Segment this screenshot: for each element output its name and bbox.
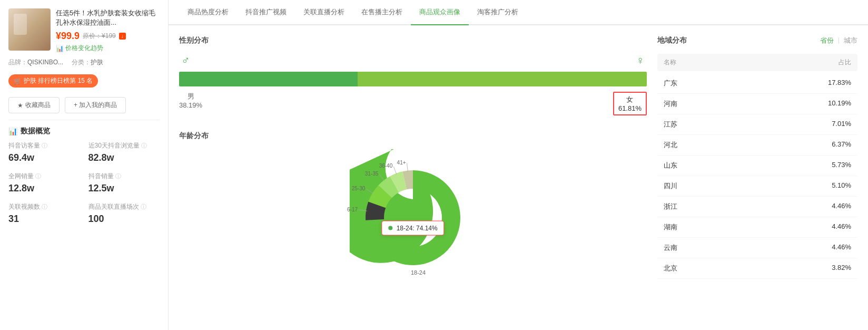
metric-views: 近30天抖音浏览量 ⓘ 82.8w <box>88 141 160 163</box>
main-content: 商品热度分析 抖音推广视频 关联直播分析 在售播主分析 商品观众画像 淘客推广分… <box>169 0 868 330</box>
info-icon-1: ⓘ <box>141 142 147 150</box>
action-row: ★ 收藏商品 + 加入我的商品 <box>8 97 160 113</box>
price-tag: ↓ <box>119 33 126 40</box>
svg-text:6-17: 6-17 <box>347 207 358 212</box>
brand-label: 品牌：QISKINBO... <box>8 58 63 67</box>
table-row: 江苏 7.01% <box>657 114 857 135</box>
product-header: 任选5件！水乳护肤套装女收缩毛孔补水保湿控油面... ¥99.9 原价：¥199… <box>8 8 160 53</box>
svg-text:41+: 41+ <box>397 160 406 166</box>
region-table-header: 名称 占比 <box>657 54 857 71</box>
brand-row: 品牌：QISKINBO... 分类：护肤 <box>8 58 160 67</box>
donut-chart-svg: 18-246-1725-3031-3536-4041+ <box>318 149 508 286</box>
male-icon: ♂ <box>181 54 190 67</box>
gender-bar <box>179 72 647 86</box>
metric-douyin-visitors: 抖音访客量 ⓘ 69.4w <box>8 141 80 163</box>
donut-chart: 18-246-1725-3031-3536-4041+ 18-24: 74.14… <box>318 149 508 286</box>
left-panel: 性别分布 ♂ ♀ 男 38.19% <box>179 36 647 286</box>
table-row: 山东 5.73% <box>657 156 857 176</box>
tab-bar: 商品热度分析 抖音推广视频 关联直播分析 在售播主分析 商品观众画像 淘客推广分… <box>169 0 868 25</box>
region-title: 地域分布 <box>657 36 687 45</box>
male-label: 男 38.19% <box>179 92 202 115</box>
table-row: 河北 6.37% <box>657 135 857 156</box>
region-rows: 广东 17.83% 河南 10.19% 江苏 7.01% 河北 <box>657 73 857 279</box>
region-toggle[interactable]: 省份 | 城市 <box>820 36 857 45</box>
age-section: 年龄分布 <box>179 131 647 286</box>
gender-section-title: 性别分布 <box>179 36 647 45</box>
female-bar <box>358 72 647 86</box>
tab-audience-portrait[interactable]: 商品观众画像 <box>411 0 469 25</box>
svg-line-7 <box>393 167 397 174</box>
region-table: 名称 占比 广东 17.83% 河南 10.19% 江苏 <box>657 54 857 279</box>
table-row: 云南 4.46% <box>657 238 857 258</box>
table-row: 四川 5.10% <box>657 176 857 197</box>
tab-taoke[interactable]: 淘客推广分析 <box>469 0 527 25</box>
metric-total-sales: 全网销量 ⓘ 12.8w <box>8 172 80 194</box>
add-product-button[interactable]: + 加入我的商品 <box>65 97 126 113</box>
svg-text:31-35: 31-35 <box>365 171 379 177</box>
table-row: 广东 17.83% <box>657 73 857 94</box>
female-label: 女 61.81% <box>613 92 647 115</box>
info-icon-4: ⓘ <box>42 203 47 211</box>
age-tooltip: 18-24: 74.14% <box>381 221 444 236</box>
tab-streamer-analysis[interactable]: 在售播主分析 <box>353 0 411 25</box>
gender-icons: ♂ ♀ <box>179 54 647 67</box>
sidebar: 任选5件！水乳护肤套装女收缩毛孔补水保湿控油面... ¥99.9 原价：¥199… <box>0 0 169 330</box>
svg-line-5 <box>379 174 384 181</box>
tooltip-dot <box>388 226 392 230</box>
info-icon-5: ⓘ <box>141 203 146 211</box>
product-info: 任选5件！水乳护肤套装女收缩毛孔补水保湿控油面... ¥99.9 原价：¥199… <box>56 8 160 53</box>
svg-text:25-30: 25-30 <box>352 186 366 191</box>
gender-section: 性别分布 ♂ ♀ 男 38.19% <box>179 36 647 115</box>
table-row: 北京 3.82% <box>657 258 857 279</box>
female-icon: ♀ <box>636 54 645 67</box>
tab-douyin-video[interactable]: 抖音推广视频 <box>237 0 295 25</box>
toggle-city[interactable]: 城市 <box>844 36 857 45</box>
category-label: 分类：护肤 <box>72 58 103 67</box>
price-row: ¥99.9 原价：¥199 ↓ <box>56 31 160 42</box>
gender-labels: 男 38.19% 女 61.81% <box>179 92 647 115</box>
rank-badge: 🛒 护肤 排行榜日榜第 15 名 <box>8 74 98 88</box>
svg-text:36-40: 36-40 <box>379 163 393 169</box>
price-current: ¥99.9 <box>56 31 80 42</box>
region-header: 地域分布 省份 | 城市 <box>657 36 857 45</box>
age-section-title: 年龄分布 <box>179 131 647 141</box>
divider <box>8 120 160 120</box>
metrics-grid: 抖音访客量 ⓘ 69.4w 近30天抖音浏览量 ⓘ 82.8w 全网销量 ⓘ 1… <box>8 141 160 225</box>
price-original: 原价：¥199 <box>83 32 116 41</box>
right-panel: 地域分布 省份 | 城市 名称 占比 广东 17.8 <box>657 36 857 286</box>
info-icon-3: ⓘ <box>115 172 121 180</box>
product-image <box>8 8 51 51</box>
toggle-province[interactable]: 省份 <box>820 36 834 45</box>
collect-button[interactable]: ★ 收藏商品 <box>8 97 60 113</box>
male-bar <box>179 72 358 86</box>
table-row: 浙江 4.46% <box>657 197 857 217</box>
metric-douyin-sales: 抖音销量 ⓘ 12.5w <box>88 172 160 194</box>
content-area: 性别分布 ♂ ♀ 男 38.19% <box>169 25 868 297</box>
info-icon-2: ⓘ <box>35 172 41 180</box>
star-icon: ★ <box>17 102 23 109</box>
info-icon-0: ⓘ <box>42 142 47 150</box>
table-row: 河南 10.19% <box>657 94 857 114</box>
metric-videos: 关联视频数 ⓘ 31 <box>8 202 80 225</box>
tab-live-analysis[interactable]: 关联直播分析 <box>295 0 353 25</box>
svg-line-9 <box>407 163 408 172</box>
svg-line-3 <box>366 189 373 193</box>
svg-text:18-24: 18-24 <box>411 269 426 276</box>
bar-chart-icon: 📊 <box>8 127 17 135</box>
tab-product-heat[interactable]: 商品热度分析 <box>179 0 237 25</box>
price-trend-link[interactable]: 📊 价格变化趋势 <box>56 44 160 53</box>
table-row: 湖南 4.46% <box>657 217 857 238</box>
metric-livestreams: 商品关联直播场次 ⓘ 100 <box>88 202 160 225</box>
svg-line-1 <box>359 210 367 211</box>
overview-title: 📊 数据概览 <box>8 127 160 136</box>
product-title: 任选5件！水乳护肤套装女收缩毛孔补水保湿控油面... <box>56 8 160 27</box>
